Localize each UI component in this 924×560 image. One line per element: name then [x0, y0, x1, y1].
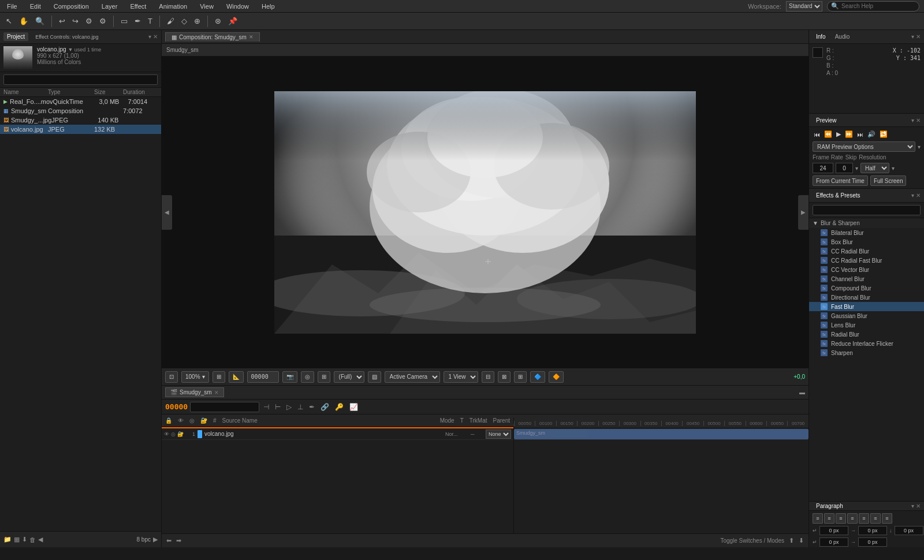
tool-paint[interactable]: 🖌	[165, 16, 177, 27]
tl-tick-00150[interactable]: 00150	[556, 421, 577, 426]
tool-settings2[interactable]: ⚙	[97, 16, 109, 27]
workspace-dropdown[interactable]: Standard	[786, 1, 822, 12]
tl-next-frame[interactable]: ➡	[176, 537, 181, 544]
menu-edit[interactable]: Edit	[28, 2, 43, 11]
tl-layer-0[interactable]: 👁◎🔐 1 volcano.jpg Nor... ─ None	[162, 428, 513, 440]
effects-category-blur[interactable]: ▼ Blur & Sharpen	[809, 218, 924, 228]
layout-btn5[interactable]: 🔶	[549, 371, 564, 383]
import-btn[interactable]: ⬇	[22, 536, 27, 543]
tab-info[interactable]: Info	[813, 32, 829, 41]
comp-tab-close[interactable]: ✕	[249, 34, 254, 40]
timeline-current-time[interactable]: 00000	[165, 402, 188, 411]
tab-preview[interactable]: Preview	[813, 116, 840, 125]
tl-prev-frame[interactable]: ⬅	[166, 537, 172, 544]
para-justify-center[interactable]: ≡	[859, 513, 869, 524]
tl-tick-00650[interactable]: 00650	[766, 421, 787, 426]
region-btn[interactable]: ▧	[368, 371, 381, 383]
comp-scroll-left[interactable]: ◀	[162, 195, 172, 230]
tl-tick-00700[interactable]: 00700	[787, 421, 808, 426]
fit-btn[interactable]: ⊞	[213, 371, 225, 383]
tl-tick-00250[interactable]: 00250	[598, 421, 619, 426]
timeline-search-input[interactable]	[190, 402, 259, 412]
tl-minimize-btn[interactable]: ▬	[799, 389, 805, 395]
new-folder-btn[interactable]: 📁	[3, 536, 12, 543]
effects-search-input[interactable]	[813, 205, 921, 215]
zoom-display[interactable]: 100% ▾	[181, 371, 209, 383]
tl-tick-00550[interactable]: 00550	[724, 421, 745, 426]
tl-render-btn[interactable]: ▷	[285, 402, 293, 412]
para-align-left[interactable]: ≡	[813, 513, 823, 524]
tl-expand-btn[interactable]: ⬆	[789, 537, 794, 544]
layer-parent-dropdown[interactable]: None	[486, 430, 511, 439]
from-current-btn[interactable]: From Current Time	[813, 176, 868, 186]
color-swatch[interactable]	[813, 47, 823, 58]
tl-collapse-btn[interactable]: ⬇	[799, 537, 804, 544]
file-item-jpg2[interactable]: 🖼 volcano.jpg JPEG 132 KB	[0, 125, 161, 134]
para-indent-input3[interactable]	[895, 526, 923, 535]
para-justify-right[interactable]: ≡	[870, 513, 881, 524]
para-align-center[interactable]: ≡	[824, 513, 834, 524]
tl-graph-btn[interactable]: 📈	[348, 402, 360, 412]
tl-tick-00450[interactable]: 00450	[682, 421, 703, 426]
file-item-jpg1[interactable]: 🖼 Smudgy_...jpg JPEG 140 KB	[0, 115, 161, 125]
prev-item-btn[interactable]: ◀	[38, 536, 43, 543]
panel-close-btn[interactable]: ▾ ✕	[148, 33, 158, 40]
tl-tick-00300[interactable]: 00300	[619, 421, 640, 426]
tool-hand[interactable]: ✋	[17, 16, 31, 27]
skip-input[interactable]	[836, 163, 853, 173]
tool-rubber[interactable]: ◇	[179, 16, 189, 27]
tl-tick-00500[interactable]: 00500	[703, 421, 724, 426]
menu-file[interactable]: File	[5, 2, 20, 11]
toggle-switches-label[interactable]: Toggle Switches / Modes	[720, 537, 784, 544]
menu-window[interactable]: Window	[224, 2, 251, 11]
tool-zoom[interactable]: 🔍	[33, 16, 47, 27]
para-indent-input2[interactable]	[858, 526, 887, 535]
file-item-comp[interactable]: ▦ Smudgy_sm Composition 7:0072	[0, 106, 161, 115]
layout-btn3[interactable]: ⊞	[514, 371, 527, 383]
tl-tick-00350[interactable]: 00350	[640, 421, 661, 426]
effect-bilateral-blur[interactable]: fx Bilateral Blur	[809, 228, 924, 237]
camera-btn[interactable]: 📷	[282, 371, 297, 383]
para-align-right[interactable]: ≡	[836, 513, 846, 524]
transport-play[interactable]: ▶	[835, 129, 842, 139]
para-justify-all[interactable]: ≡	[882, 513, 892, 524]
tab-paragraph[interactable]: Paragraph	[813, 502, 847, 510]
effect-directional-blur[interactable]: fx Directional Blur	[809, 293, 924, 302]
grid-btn[interactable]: ⊞	[318, 371, 330, 383]
para-justify-left[interactable]: ≡	[847, 513, 858, 524]
comp-scroll-right[interactable]: ▶	[798, 195, 808, 230]
effect-cc-radial-fast-blur[interactable]: fx CC Radial Fast Blur	[809, 256, 924, 265]
timeline-close[interactable]: ✕	[214, 390, 219, 395]
tab-effect-controls[interactable]: Effect Controls: volcano.jpg	[32, 33, 102, 41]
tl-tick-00050[interactable]: 00050	[514, 421, 535, 426]
tl-tick-00100[interactable]: 00100	[535, 421, 556, 426]
full-screen-btn[interactable]: Full Screen	[870, 176, 907, 186]
effect-gaussian-blur[interactable]: fx Gaussian Blur	[809, 311, 924, 320]
layer-trkmat-0[interactable]: ─	[471, 431, 481, 437]
comp-viewport[interactable]: ◀ ▶	[162, 57, 808, 368]
menu-help[interactable]: Help	[259, 2, 277, 11]
layer-mode-0[interactable]: Nor...	[445, 431, 468, 437]
search-help-input[interactable]	[841, 3, 911, 9]
view-dropdown[interactable]: 1 View	[444, 371, 478, 383]
tl-bone-btn[interactable]: 🔗	[319, 402, 331, 412]
tool-rect[interactable]: ▭	[118, 16, 130, 27]
layout-btn1[interactable]: ⊟	[482, 371, 494, 383]
tl-tick-00400[interactable]: 00400	[661, 421, 682, 426]
para-spacing-input1[interactable]	[819, 537, 848, 547]
effect-lens-blur[interactable]: fx Lens Blur	[809, 320, 924, 330]
tab-audio[interactable]: Audio	[832, 32, 854, 41]
quality-dropdown[interactable]: (Full)	[334, 371, 364, 383]
tl-out-point[interactable]: ⊢	[273, 402, 282, 412]
tool-undo[interactable]: ↩	[57, 16, 68, 27]
tl-tick-00600[interactable]: 00600	[746, 421, 766, 426]
comp-tab[interactable]: ▦ Composition: Smudgy_sm ✕	[165, 32, 260, 42]
effect-radial-blur[interactable]: fx Radial Blur	[809, 330, 924, 339]
frame-rate-input[interactable]	[813, 163, 833, 173]
tl-key-btn[interactable]: 🔑	[333, 402, 345, 412]
tl-in-point[interactable]: ⊣	[262, 402, 271, 412]
tool-settings1[interactable]: ⚙	[83, 16, 95, 27]
tl-tick-00200[interactable]: 00200	[577, 421, 598, 426]
menu-composition[interactable]: Composition	[51, 2, 91, 11]
para-indent-input1[interactable]	[819, 526, 848, 535]
